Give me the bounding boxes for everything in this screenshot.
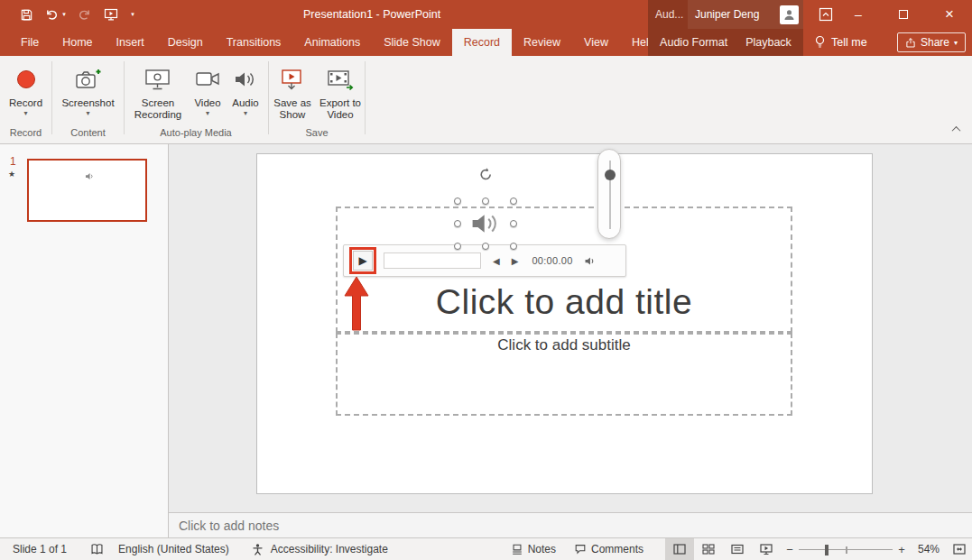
maximize-button[interactable]: [884, 0, 922, 29]
notes-icon: [511, 543, 523, 555]
group-autoplay-media: Screen Recording Video ▾ Audio ▾: [125, 60, 267, 126]
share-button[interactable]: Share ▾: [897, 32, 966, 52]
selection-handle[interactable]: [510, 197, 517, 205]
volume-slider-knob[interactable]: [605, 170, 616, 180]
selection-handle[interactable]: [482, 197, 489, 205]
accessibility-status[interactable]: Accessibility: Investigate: [271, 543, 388, 555]
save-as-show-icon: [280, 64, 305, 95]
save-icon[interactable]: [18, 6, 34, 23]
main-area: 1 ★ Click to add title Click to add subt…: [0, 144, 972, 537]
tab-insert[interactable]: Insert: [105, 29, 156, 56]
slide-show-view-button[interactable]: [752, 538, 781, 560]
tab-view[interactable]: View: [572, 29, 620, 56]
start-presentation-icon[interactable]: [103, 6, 119, 23]
tell-me-label: Tell me: [831, 36, 867, 49]
audio-progress-bar[interactable]: [384, 252, 481, 269]
record-dropdown-icon: ▾: [23, 110, 27, 117]
volume-slider[interactable]: [597, 149, 621, 239]
selection-handle[interactable]: [510, 243, 517, 250]
fit-slide-to-window-button[interactable]: [947, 542, 972, 556]
undo-dropdown-icon[interactable]: ▾: [60, 6, 69, 23]
slide-indicator[interactable]: Slide 1 of 1: [13, 543, 67, 555]
normal-view-button[interactable]: [665, 538, 694, 560]
tab-home[interactable]: Home: [51, 29, 104, 56]
collapse-ribbon-icon[interactable]: [953, 126, 961, 134]
slide[interactable]: Click to add title Click to add subtitle…: [256, 153, 873, 494]
account-chip[interactable]: Juniper Deng: [688, 0, 803, 29]
play-button[interactable]: ▶: [353, 251, 373, 271]
animation-indicator-icon: ★: [8, 170, 15, 179]
selection-handle[interactable]: [482, 243, 489, 250]
zoom-level[interactable]: 54%: [911, 543, 947, 555]
record-button-label: Record: [9, 97, 42, 109]
tab-playback[interactable]: Playback: [736, 29, 801, 56]
minimize-button[interactable]: –: [839, 0, 877, 29]
contextual-header: Aud... Juniper Deng: [648, 0, 803, 29]
video-dropdown-icon: ▾: [206, 110, 209, 117]
accessibility-icon[interactable]: [251, 543, 264, 556]
selection-handle[interactable]: [454, 243, 461, 250]
window-title: Presentation1 - PowerPoint: [303, 0, 440, 29]
subtitle-placeholder-text: Click to add subtitle: [336, 336, 792, 354]
mute-toggle-icon[interactable]: [584, 255, 597, 267]
audio-button[interactable]: Audio ▾: [226, 60, 265, 117]
ribbon-display-options-icon[interactable]: [818, 6, 834, 23]
avatar[interactable]: [780, 5, 799, 24]
audio-button-label: Audio: [232, 97, 258, 109]
move-back-button[interactable]: ◀: [493, 256, 500, 266]
tab-audio-format[interactable]: Audio Format: [651, 29, 736, 56]
notes-pane[interactable]: Click to add notes: [169, 512, 972, 537]
tab-animations[interactable]: Animations: [292, 29, 372, 56]
screenshot-button[interactable]: Screenshot ▾: [56, 60, 121, 117]
tab-design[interactable]: Design: [156, 29, 215, 56]
slide-thumbnail-panel: 1 ★: [0, 144, 169, 537]
record-button[interactable]: Record ▾: [3, 60, 50, 117]
share-dropdown-icon: ▾: [954, 39, 958, 47]
move-forward-button[interactable]: ▶: [512, 256, 519, 266]
tab-record[interactable]: Record: [452, 29, 512, 56]
screen-recording-icon: [144, 64, 171, 95]
tell-me-button[interactable]: Tell me: [807, 29, 875, 56]
zoom-out-button[interactable]: −: [781, 543, 799, 556]
redo-icon[interactable]: [76, 6, 92, 23]
tab-review[interactable]: Review: [512, 29, 572, 56]
tab-file[interactable]: File: [9, 29, 51, 56]
selection-handle[interactable]: [454, 220, 461, 227]
save-as-show-button[interactable]: Save as Show: [269, 60, 316, 121]
video-button[interactable]: Video ▾: [190, 60, 226, 117]
ribbon-tab-row: File Home Insert Design Transitions Anim…: [0, 29, 972, 56]
screen-recording-button[interactable]: Screen Recording: [126, 60, 190, 121]
thumbnail-audio-icon: [85, 171, 96, 181]
group-label-autoplay: Auto-play Media: [125, 127, 267, 138]
annotation-arrow: [344, 277, 369, 331]
share-label: Share: [921, 36, 949, 49]
selection-handle[interactable]: [454, 197, 461, 205]
zoom-slider-thumb[interactable]: [825, 545, 829, 555]
maximize-icon: [899, 10, 908, 19]
undo-icon[interactable]: [43, 6, 60, 23]
close-button[interactable]: ×: [930, 0, 968, 29]
notes-toggle-button[interactable]: Notes: [502, 538, 565, 560]
title-bar: ▾ ▾ Presentation1 - PowerPoint Aud... Ju…: [0, 0, 972, 29]
group-content: Screenshot ▾: [52, 60, 124, 126]
contextual-tool-hint: Aud...: [655, 0, 683, 29]
tab-transitions[interactable]: Transitions: [215, 29, 293, 56]
reading-view-button[interactable]: [723, 538, 752, 560]
comments-toggle-button[interactable]: Comments: [565, 538, 653, 560]
video-icon: [195, 64, 220, 95]
export-to-video-button[interactable]: Export to Video: [316, 60, 365, 121]
status-bar: Slide 1 of 1 English (United States) Acc…: [0, 537, 972, 560]
selection-handle[interactable]: [510, 220, 517, 227]
slide-thumbnail[interactable]: [27, 159, 147, 222]
rotate-handle-icon[interactable]: [478, 167, 494, 182]
language-indicator[interactable]: English (United States): [118, 543, 229, 555]
zoom-slider[interactable]: [799, 538, 893, 560]
slide-sorter-view-button[interactable]: [694, 538, 723, 560]
spellcheck-icon[interactable]: [90, 543, 104, 556]
audio-object[interactable]: [458, 201, 514, 246]
customize-qat-icon[interactable]: ▾: [128, 6, 137, 23]
zoom-in-button[interactable]: +: [893, 543, 911, 556]
tab-slide-show[interactable]: Slide Show: [372, 29, 452, 56]
notes-placeholder-text: Click to add notes: [179, 519, 279, 533]
group-separator: [365, 61, 366, 134]
